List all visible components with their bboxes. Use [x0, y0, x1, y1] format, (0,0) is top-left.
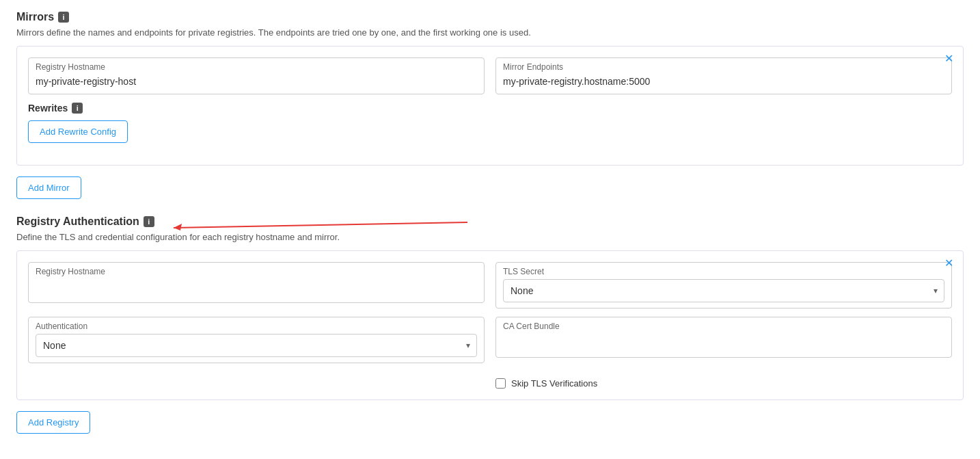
mirror-endpoints-field: Mirror Endpoints: [495, 57, 952, 94]
registry-auth-card: ✕ Registry Hostname TLS Secret None ▾: [16, 250, 964, 400]
tls-secret-wrapper: TLS Secret None ▾: [495, 262, 952, 309]
authentication-select[interactable]: None: [36, 334, 477, 357]
mirrors-section: Mirrors i Mirrors define the names and e…: [16, 11, 964, 215]
mirror-endpoints-input-wrapper[interactable]: Mirror Endpoints: [495, 57, 952, 94]
registry-auth-title-text: Registry Authentication: [16, 215, 139, 228]
registry-auth-row1: Registry Hostname TLS Secret None ▾: [28, 262, 952, 309]
ca-cert-bundle-wrapper[interactable]: CA Cert Bundle: [495, 317, 952, 358]
add-mirror-button[interactable]: Add Mirror: [16, 176, 81, 199]
mirrors-info-icon[interactable]: i: [58, 12, 69, 23]
skip-tls-checkbox-row: Skip TLS Verifications: [495, 378, 597, 389]
ca-cert-bundle-label: CA Cert Bundle: [503, 322, 944, 331]
rewrites-title-text: Rewrites: [28, 103, 68, 114]
registry-hostname-label: Registry Hostname: [36, 62, 477, 72]
tls-secret-select[interactable]: None: [503, 279, 944, 302]
registry-hostname-input-wrapper[interactable]: Registry Hostname: [28, 57, 485, 94]
auth-registry-hostname-label: Registry Hostname: [36, 267, 477, 276]
svg-line-0: [174, 222, 467, 228]
registry-auth-section: Registry Authentication i Define the TLS…: [16, 215, 964, 434]
authentication-field: Authentication None ▾: [28, 317, 485, 363]
mirrors-close-button[interactable]: ✕: [940, 52, 957, 66]
tls-secret-field: TLS Secret None ▾: [495, 262, 952, 309]
auth-registry-hostname-input[interactable]: [36, 279, 477, 293]
add-rewrite-config-button[interactable]: Add Rewrite Config: [28, 120, 128, 143]
skip-tls-checkbox[interactable]: [495, 378, 506, 389]
mirrors-fields-row: Registry Hostname Mirror Endpoints: [28, 57, 952, 94]
authentication-wrapper: Authentication None ▾: [28, 317, 485, 363]
skip-tls-label[interactable]: Skip TLS Verifications: [511, 378, 597, 389]
add-registry-button[interactable]: Add Registry: [16, 411, 90, 434]
registry-hostname-input[interactable]: [36, 75, 477, 88]
arrow-container: Registry Authentication i: [16, 215, 964, 228]
mirrors-title: Mirrors i: [16, 11, 964, 23]
registry-auth-title: Registry Authentication i: [16, 215, 964, 228]
ca-cert-bundle-field: CA Cert Bundle: [495, 317, 952, 363]
mirrors-card: ✕ Registry Hostname Mirror Endpoints Rew…: [16, 46, 964, 166]
mirror-endpoints-label: Mirror Endpoints: [503, 62, 944, 72]
svg-marker-1: [174, 224, 182, 231]
ca-cert-bundle-input[interactable]: [503, 334, 944, 347]
registry-hostname-field: Registry Hostname: [28, 57, 485, 94]
auth-registry-hostname-field: Registry Hostname: [28, 262, 485, 309]
mirrors-description: Mirrors define the names and endpoints f…: [16, 27, 964, 38]
authentication-select-wrapper[interactable]: None ▾: [36, 334, 477, 357]
tls-secret-label: TLS Secret: [503, 267, 944, 276]
mirror-endpoints-input[interactable]: [503, 75, 944, 88]
authentication-label: Authentication: [36, 322, 477, 331]
registry-auth-row2: Authentication None ▾ CA Cert Bundle: [28, 317, 952, 363]
registry-auth-close-button[interactable]: ✕: [940, 257, 957, 270]
registry-auth-description: Define the TLS and credential configurat…: [16, 232, 964, 242]
skip-tls-row: Skip TLS Verifications: [495, 371, 952, 389]
rewrites-section: Rewrites i Add Rewrite Config: [28, 103, 952, 143]
rewrites-title: Rewrites i: [28, 103, 952, 114]
mirrors-title-text: Mirrors: [16, 11, 54, 23]
registry-auth-info-icon[interactable]: i: [144, 216, 154, 227]
rewrites-info-icon[interactable]: i: [72, 103, 83, 114]
tls-secret-select-wrapper[interactable]: None ▾: [503, 279, 944, 302]
auth-registry-hostname-wrapper[interactable]: Registry Hostname: [28, 262, 485, 303]
